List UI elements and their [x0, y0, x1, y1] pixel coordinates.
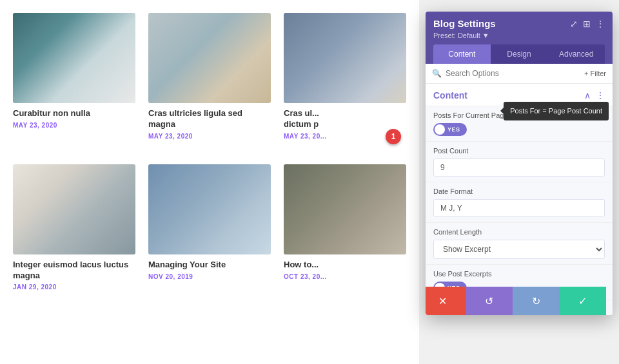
toggle-knob-1: [435, 124, 445, 135]
post-card-5: Managing Your Site NOV 20, 2019: [148, 164, 271, 303]
post-image-4: [13, 164, 135, 254]
post-title-3: Cras ul...dictum p: [284, 108, 406, 130]
tooltip-popup: Posts For = Page Post Count: [504, 102, 609, 120]
settings-panel: Blog Settings ⤢ ⊞ ⋮ Preset: Default ▼ Co…: [426, 12, 613, 315]
post-image-5: [148, 164, 271, 254]
cancel-button[interactable]: ✕: [426, 287, 466, 315]
post-card-1: Curabitur non nulla MAY 23, 2020: [13, 13, 135, 151]
date-format-label: Date Format: [433, 187, 605, 195]
post-card-4: Integer euismod lacus luctus magna JAN 2…: [13, 164, 135, 303]
expand-icon[interactable]: ⤢: [570, 19, 578, 29]
search-input[interactable]: [446, 69, 580, 78]
search-icon: 🔍: [432, 69, 442, 78]
post-card-6: How to... OCT 23, 20...: [284, 164, 406, 303]
date-format-input[interactable]: [433, 199, 605, 217]
bottom-toolbar: ✕ ↺ ↻ ✓: [426, 287, 606, 315]
post-image-3: [284, 13, 406, 103]
panel-header: Blog Settings ⤢ ⊞ ⋮ Preset: Default ▼ Co…: [426, 12, 613, 64]
panel-title: Blog Settings: [433, 18, 496, 29]
content-length-label: Content Length: [433, 228, 605, 236]
tab-content[interactable]: Content: [433, 44, 491, 64]
post-title-4: Integer euismod lacus luctus magna: [13, 260, 135, 282]
search-row: 🔍 + Filter: [426, 64, 613, 84]
redo-button[interactable]: ↻: [513, 287, 560, 315]
panel-icons: ⤢ ⊞ ⋮: [570, 19, 605, 29]
post-title-5: Managing Your Site: [148, 260, 271, 271]
toggle-container-1: YES: [433, 123, 605, 136]
post-date-2: MAY 23, 2020: [148, 133, 271, 140]
post-date-5: NOV 20, 2019: [148, 273, 271, 280]
toggle-label-1: YES: [447, 126, 460, 133]
undo-button[interactable]: ↺: [466, 287, 513, 315]
save-button[interactable]: ✓: [560, 287, 607, 315]
more-icon[interactable]: ⋮: [596, 19, 605, 29]
post-card-2: Cras ultricies ligula sed magna MAY 23, …: [148, 13, 271, 151]
content-length-field: Content Length Show Excerpt Show Full Po…: [426, 222, 613, 264]
tab-design[interactable]: Design: [491, 44, 548, 64]
section-actions: ∧ ⋮: [584, 90, 605, 101]
tab-advanced[interactable]: Advanced: [547, 44, 605, 64]
post-title-1: Curabitur non nulla: [13, 108, 135, 119]
post-image-1: [13, 13, 135, 103]
post-date-4: JAN 29, 2020: [13, 283, 135, 291]
posts-for-current-page-toggle[interactable]: YES: [433, 123, 467, 136]
post-title-2: Cras ultricies ligula sed magna: [148, 108, 271, 130]
chevron-up-icon[interactable]: ∧: [584, 90, 591, 101]
badge: 1: [386, 129, 401, 144]
grid-icon[interactable]: ⊞: [583, 19, 591, 29]
post-image-6: [284, 164, 406, 254]
post-count-label: Post Count: [433, 147, 605, 155]
blog-grid: Curabitur non nulla MAY 23, 2020 Cras ul…: [0, 0, 419, 364]
post-count-field: Post Count: [426, 141, 613, 182]
use-post-excerpts-label: Use Post Excerpts: [433, 270, 605, 278]
filter-button[interactable]: + Filter: [584, 70, 606, 77]
post-date-6: OCT 23, 20...: [284, 273, 406, 280]
panel-title-row: Blog Settings ⤢ ⊞ ⋮: [433, 18, 605, 29]
post-count-input[interactable]: [433, 158, 605, 177]
post-date-1: MAY 23, 2020: [13, 122, 135, 129]
panel-preset[interactable]: Preset: Default ▼: [433, 32, 605, 39]
post-title-6: How to...: [284, 260, 406, 271]
section-title: Content: [433, 90, 467, 101]
panel-tabs: Content Design Advanced: [433, 44, 605, 64]
content-length-select[interactable]: Show Excerpt Show Full Post: [433, 240, 605, 259]
dots-icon[interactable]: ⋮: [596, 90, 605, 101]
date-format-field: Date Format: [426, 182, 613, 222]
post-image-2: [148, 13, 271, 103]
